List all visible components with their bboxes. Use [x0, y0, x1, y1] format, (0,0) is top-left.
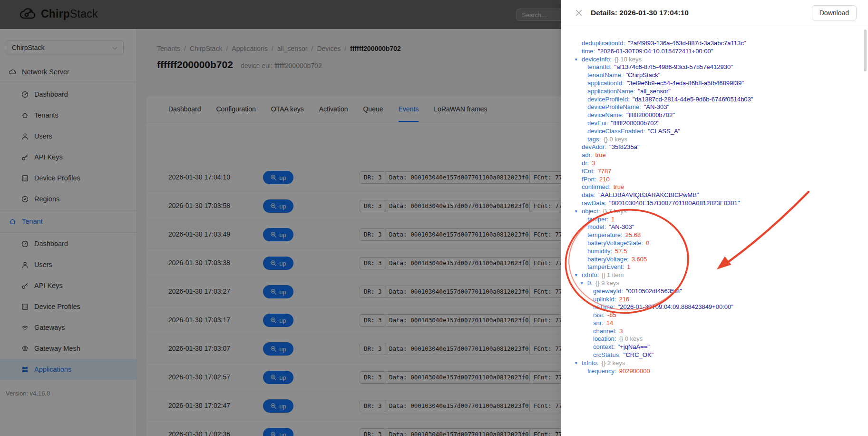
json-line-confirmed: confirmed:true — [573, 183, 859, 191]
json-key: temperature: — [587, 231, 623, 238]
json-line-tamperEvent: tamperEvent:1 — [573, 263, 859, 271]
json-meta: {} 0 keys — [619, 335, 643, 342]
json-line-uplinkId: uplinkId:216 — [573, 296, 859, 304]
drawer-header: Details: 2026-01-30 17:04:10 Download — [561, 0, 868, 26]
json-line-snr: snr:14 — [573, 319, 859, 327]
json-key: dr: — [582, 159, 589, 167]
json-value: "CRC_OK" — [624, 351, 653, 358]
json-key: rssi: — [593, 311, 605, 318]
json-line-batteryVoltageState: batteryVoltageState:0 — [573, 239, 859, 248]
json-key: fPort: — [582, 176, 596, 183]
json-key: uplinkId: — [593, 296, 616, 303]
json-value: "2af49f93-136a-463d-887d-3a3abc7a113c" — [628, 40, 746, 47]
json-key: confirmed: — [582, 183, 611, 190]
json-key: object: — [582, 208, 600, 215]
json-key: applicationId: — [587, 79, 624, 87]
drawer-mask[interactable] — [0, 0, 561, 436]
json-key: humidity: — [587, 248, 612, 255]
json-meta: [] 1 item — [602, 271, 624, 278]
json-key: tenantName: — [587, 71, 623, 79]
json-value: "2026-01-30T09:04:09.888423849+00:00" — [618, 303, 733, 310]
download-button[interactable]: Download — [812, 5, 857, 20]
json-key: deviceInfo: — [582, 56, 612, 63]
json-line-tags: tags:{} 0 keys — [573, 136, 859, 144]
json-value: 0 — [646, 239, 649, 247]
json-line-crcStatus: crcStatus:"CRC_OK" — [573, 351, 859, 359]
json-key: devAddr: — [582, 143, 606, 150]
json-line-deviceName: deviceName:"ffffff200000b702" — [573, 111, 859, 119]
json-value: 210 — [599, 176, 610, 183]
json-line-fPort: fPort:210 — [573, 176, 859, 184]
json-line-fCnt: fCnt:7787 — [573, 168, 859, 176]
json-value: 14 — [606, 319, 613, 327]
json-key: applicationName: — [587, 88, 635, 95]
json-key: location: — [593, 335, 616, 342]
collapse-arrow-icon[interactable]: ▼ — [574, 56, 578, 64]
details-drawer: Details: 2026-01-30 17:04:10 Download de… — [561, 0, 868, 436]
json-key: adr: — [582, 151, 592, 159]
json-line-location: location:{} 0 keys — [573, 335, 859, 343]
json-line-nsTime: nsTime:"2026-01-30T09:04:09.888423849+00… — [573, 303, 859, 311]
json-value: "ffffff200000b702" — [626, 111, 675, 119]
json-value: "af1374c6-87f5-4986-93cd-57857e412930" — [614, 63, 733, 70]
json-value: "AAEDBA4VfQB3ARAKCBICPwMB" — [598, 191, 699, 198]
json-meta: {} 10 keys — [614, 56, 642, 63]
json-meta: {} 7 keys — [603, 208, 626, 215]
json-line-applicationName: applicationName:"all_sensor" — [573, 88, 859, 96]
json-line-model: model:"AN-303" — [573, 223, 859, 231]
json-key: context: — [593, 343, 615, 350]
json-value: 216 — [619, 296, 629, 303]
json-line-object: ▼object:{} 7 keys — [573, 208, 859, 216]
json-line-adr: adr:true — [573, 151, 859, 159]
json-line-batteryVoltage: batteryVoltage:3.605 — [573, 256, 859, 264]
json-value: "000103040E157D007701100A0812023F0301" — [609, 199, 740, 207]
json-key: deviceClassEnabled: — [587, 128, 645, 135]
json-value: "da1387cd-2814-44e5-9d6b-6746f0514b03" — [633, 96, 753, 103]
json-value: "2026-01-30T09:04:10.015472411+00:00" — [598, 48, 713, 55]
json-line-data: data:"AAEDBA4VfQB3ARAKCBICPwMB" — [573, 191, 859, 199]
json-value: "AN-303" — [644, 103, 669, 110]
json-key: frequency: — [587, 367, 616, 375]
close-icon[interactable] — [574, 8, 584, 18]
json-value: "35f8235a" — [609, 143, 639, 150]
json-value: 902900000 — [619, 367, 650, 375]
collapse-arrow-icon[interactable]: ▼ — [574, 208, 578, 216]
json-line-devEui: devEui:"ffffff200000b702" — [573, 119, 859, 128]
collapse-arrow-icon[interactable]: ▼ — [574, 271, 578, 279]
json-key: deviceProfileId: — [587, 96, 630, 103]
json-key: time: — [582, 48, 595, 55]
drawer-title: Details: 2026-01-30 17:04:10 — [591, 9, 689, 17]
json-value: "ChirpStack" — [625, 71, 660, 79]
json-value: "0010502df45635f8" — [626, 287, 682, 295]
json-value: 3.605 — [632, 256, 647, 263]
json-value: -85 — [607, 311, 616, 318]
json-line-frequency: frequency:902900000 — [573, 367, 859, 376]
json-line-deviceProfileId: deviceProfileId:"da1387cd-2814-44e5-9d6b… — [573, 96, 859, 104]
json-key: tenantId: — [587, 63, 612, 70]
json-value: 25.68 — [625, 231, 641, 238]
json-key: rawData: — [582, 199, 606, 207]
json-key: 0: — [587, 279, 593, 287]
json-key: crcStatus: — [593, 351, 621, 358]
json-key: tags: — [587, 136, 601, 143]
json-line-0: ▼0:{} 9 keys — [573, 279, 859, 287]
json-key: deduplicationId: — [582, 40, 625, 47]
json-value: 1 — [611, 216, 614, 223]
json-key: batteryVoltage: — [587, 256, 629, 263]
json-value: "all_sensor" — [638, 88, 671, 95]
json-key: deviceProfileName: — [587, 103, 641, 110]
collapse-arrow-icon[interactable]: ▼ — [574, 359, 578, 367]
drawer-scrollbar[interactable] — [864, 30, 867, 71]
json-key: tamper: — [587, 216, 608, 223]
json-key: model: — [587, 223, 606, 230]
json-line-txInfo: ▼txInfo:{} 2 keys — [573, 359, 859, 367]
json-key: snr: — [593, 319, 604, 327]
json-value: "CLASS_A" — [648, 128, 680, 135]
collapse-arrow-icon[interactable]: ▼ — [580, 279, 584, 287]
json-line-applicationId: applicationId:"3ef9e6b9-ec54-4eda-86b8-a… — [573, 79, 859, 88]
json-value: 57.5 — [615, 248, 627, 255]
json-tree: deduplicationId:"2af49f93-136a-463d-887d… — [561, 26, 868, 386]
json-line-rxInfo: ▼rxInfo:[] 1 item — [573, 271, 859, 279]
json-line-humidity: humidity:57.5 — [573, 248, 859, 256]
json-line-tenantId: tenantId:"af1374c6-87f5-4986-93cd-57857e… — [573, 63, 859, 71]
